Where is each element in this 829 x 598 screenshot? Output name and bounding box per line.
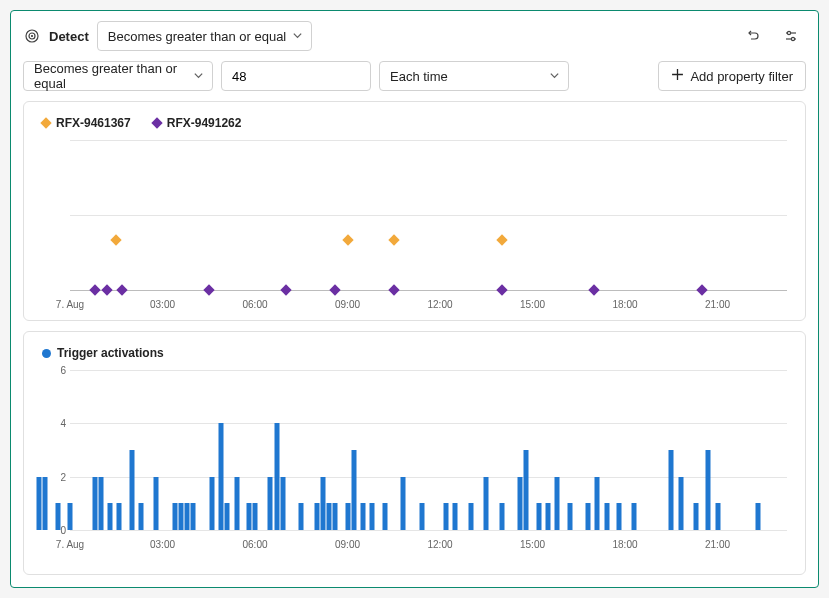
x-tick-label: 12:00 [427,539,452,550]
bar [253,503,258,530]
target-icon [23,27,41,45]
x-tick-label: 09:00 [335,299,360,310]
bar [172,503,177,530]
bar-plot-area: 02467. Aug03:0006:0009:0012:0015:0018:00… [42,370,787,550]
data-point [280,284,291,295]
bar [351,450,356,530]
bar [499,503,504,530]
bar [92,477,97,530]
bar [314,503,319,530]
svg-point-5 [787,31,790,34]
chevron-down-icon [549,69,560,84]
dot-icon [42,349,51,358]
bar-chart-card: Trigger activations 02467. Aug03:0006:00… [23,331,806,575]
data-point [117,284,128,295]
detect-panel: Detect Becomes greater than or equal Bec… [10,10,819,588]
bar [360,503,365,530]
svg-point-2 [32,36,33,37]
bar [55,503,60,530]
panel-header: Detect Becomes greater than or equal [23,21,806,51]
data-point [496,234,507,245]
x-tick-label: 12:00 [427,299,452,310]
bar [274,423,279,530]
legend-label: RFX-9491262 [167,116,242,130]
x-tick-label: 03:00 [150,299,175,310]
undo-button[interactable] [738,21,768,51]
scatter-legend: RFX-9461367 RFX-9491262 [42,116,787,130]
x-tick-label: 21:00 [705,539,730,550]
bar [225,503,230,530]
settings-slider-button[interactable] [776,21,806,51]
bar [268,477,273,530]
bar [191,503,196,530]
add-property-filter-button[interactable]: Add property filter [658,61,806,91]
bar [453,503,458,530]
x-tick-label: 15:00 [520,299,545,310]
data-point [111,234,122,245]
bar [567,503,572,530]
bar [320,477,325,530]
y-tick-label: 4 [42,418,66,429]
scatter-chart-card: RFX-9461367 RFX-9491262 7. Aug03:0006:00… [23,101,806,321]
data-point [342,234,353,245]
x-tick-label: 7. Aug [56,299,84,310]
data-point [696,284,707,295]
bar [370,503,375,530]
bar [280,477,285,530]
bar [246,503,251,530]
scatter-plot-area: 7. Aug03:0006:0009:0012:0015:0018:0021:0… [42,140,787,310]
data-point [388,284,399,295]
bar [345,503,350,530]
bar [468,503,473,530]
x-tick-label: 15:00 [520,539,545,550]
x-tick-label: 18:00 [612,539,637,550]
bar [524,450,529,530]
filter-row: Becomes greater than or equal Each time … [23,61,806,91]
header-condition-dropdown[interactable]: Becomes greater than or equal [97,21,313,51]
legend-item: RFX-9461367 [42,116,131,130]
bar [536,503,541,530]
condition-label: Becomes greater than or equal [34,61,187,91]
x-tick-label: 09:00 [335,539,360,550]
data-point [388,234,399,245]
bar [444,503,449,530]
bar [616,503,621,530]
bar [185,503,190,530]
bar [755,503,760,530]
bar [154,477,159,530]
bar [234,477,239,530]
bar [179,503,184,530]
legend-label: RFX-9461367 [56,116,131,130]
condition-dropdown[interactable]: Becomes greater than or equal [23,61,213,91]
diamond-icon [151,117,162,128]
bar [484,477,489,530]
bar [586,503,591,530]
legend-label: Trigger activations [57,346,164,360]
bar [117,503,122,530]
bar [333,503,338,530]
x-tick-label: 21:00 [705,299,730,310]
bar [693,503,698,530]
panel-title: Detect [49,29,89,44]
x-tick-label: 7. Aug [56,539,84,550]
bar-legend: Trigger activations [42,346,787,360]
data-point [588,284,599,295]
header-condition-label: Becomes greater than or equal [108,29,287,44]
threshold-input[interactable] [221,61,371,91]
y-tick-label: 6 [42,365,66,376]
bar [37,477,42,530]
bar [669,450,674,530]
data-point [496,284,507,295]
svg-point-6 [791,37,794,40]
data-point [89,284,100,295]
bar [138,503,143,530]
plus-icon [671,68,684,84]
bar [98,477,103,530]
frequency-label: Each time [390,69,448,84]
frequency-dropdown[interactable]: Each time [379,61,569,91]
bar [299,503,304,530]
bar [68,503,73,530]
x-tick-label: 18:00 [612,299,637,310]
legend-item: RFX-9491262 [153,116,242,130]
bar [129,450,134,530]
